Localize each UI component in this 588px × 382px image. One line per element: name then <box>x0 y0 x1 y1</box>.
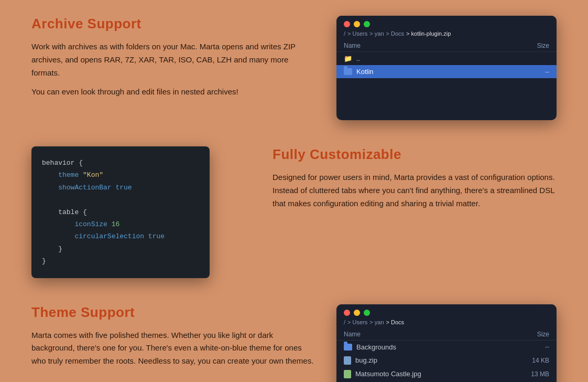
theme-support-section: Theme Support Marta comes with five poli… <box>31 304 557 382</box>
code-line <box>42 194 199 206</box>
customizable-text: Fully Customizable Designed for power us… <box>273 146 557 210</box>
breadcrumb-yan: > yan <box>369 30 384 37</box>
zip-icon <box>344 356 351 365</box>
table-row[interactable]: Kotlin -- <box>336 65 557 78</box>
archive-screenshot: / > Users > yan > Docs > kotlin-plugin.z… <box>336 16 557 120</box>
table-row[interactable]: Backgrounds -- <box>336 341 557 354</box>
file-name: Matsumoto Castle.jpg <box>355 370 421 378</box>
file-name: Backgrounds <box>356 343 396 351</box>
code-line: } <box>42 243 199 255</box>
folder-icon <box>344 68 352 75</box>
table-row[interactable]: Matsumoto Castle.jpg 13 MB <box>336 367 557 381</box>
file-size: -- <box>545 68 549 76</box>
image-icon <box>344 370 351 378</box>
minimize-dot <box>354 21 360 27</box>
file-name: bug.zip <box>355 356 377 364</box>
col-size-label: Size <box>537 331 549 338</box>
col-name-label: Name <box>344 42 361 49</box>
maximize-dot <box>364 310 370 316</box>
breadcrumb-root: / <box>344 30 345 37</box>
col-name-label: Name <box>344 331 361 338</box>
code-line: showActionBar true <box>42 182 199 194</box>
customizable-p1: Designed for power users in mind, Marta … <box>273 171 557 210</box>
archive-support-text: Archive Support Work with archives as wi… <box>31 16 315 99</box>
code-line: } <box>42 255 199 267</box>
code-line: behavior { <box>42 157 199 169</box>
minimize-dot <box>354 310 360 316</box>
breadcrumb-current: > Docs <box>386 319 405 325</box>
code-screenshot: behavior { theme "Kon" showActionBar tru… <box>31 146 252 278</box>
theme-window: / > Users > yan > Docs Name Size Backgro… <box>336 304 557 382</box>
file-size: 13 MB <box>531 370 549 378</box>
file-row-left: Kotlin <box>344 68 374 76</box>
code-window: behavior { theme "Kon" showActionBar tru… <box>31 146 210 278</box>
theme-support-title: Theme Support <box>31 304 315 321</box>
file-row-left: bug.zip <box>344 356 377 365</box>
theme-screenshot: / > Users > yan > Docs Name Size Backgro… <box>336 304 557 382</box>
breadcrumb-current: > kotlin-plugin.zip <box>406 30 451 37</box>
archive-support-section: Archive Support Work with archives as wi… <box>31 16 557 120</box>
maximize-dot <box>364 21 370 27</box>
file-row-left: 📁 .. <box>344 55 360 62</box>
file-row-left: Matsumoto Castle.jpg <box>344 370 421 378</box>
file-name: .. <box>356 55 360 62</box>
customizable-section: Fully Customizable Designed for power us… <box>31 146 557 278</box>
close-dot <box>344 310 350 316</box>
theme-titlebar <box>336 304 557 319</box>
theme-breadcrumb: / > Users > yan > Docs <box>336 319 557 328</box>
theme-support-text: Theme Support Marta comes with five poli… <box>31 304 315 368</box>
file-size: 14 KB <box>532 357 549 364</box>
customizable-title: Fully Customizable <box>273 146 557 163</box>
code-line: circularSelection true <box>42 230 199 242</box>
archive-titlebar <box>336 16 557 30</box>
archive-p1: Work with archives as with folders on yo… <box>31 40 315 79</box>
theme-p1: Marta comes with five polished themes. W… <box>31 329 315 368</box>
code-line: table { <box>42 206 199 218</box>
empty-space <box>336 78 557 120</box>
archive-support-body: Work with archives as with folders on yo… <box>31 40 315 99</box>
folder-icon <box>344 344 352 351</box>
theme-table-header: Name Size <box>336 328 557 341</box>
breadcrumb-yan: > yan <box>369 319 384 325</box>
archive-p2: You can even look through and edit files… <box>31 86 315 99</box>
theme-support-body: Marta comes with five polished themes. W… <box>31 329 315 368</box>
customizable-body: Designed for power users in mind, Marta … <box>273 171 557 210</box>
archive-breadcrumb: / > Users > yan > Docs > kotlin-plugin.z… <box>336 30 557 40</box>
archive-window: / > Users > yan > Docs > kotlin-plugin.z… <box>336 16 557 120</box>
archive-table-header: Name Size <box>336 40 557 52</box>
breadcrumb-users: > Users <box>347 319 367 325</box>
archive-support-title: Archive Support <box>31 16 315 32</box>
col-size-label: Size <box>537 42 549 49</box>
file-name: Kotlin <box>356 68 374 76</box>
breadcrumb-docs: > Docs <box>386 30 405 37</box>
file-row-left: Backgrounds <box>344 343 396 351</box>
breadcrumb-users: > Users <box>347 30 367 37</box>
close-dot <box>344 21 350 27</box>
parent-icon: 📁 <box>344 55 352 62</box>
table-row[interactable]: bug.zip 14 KB <box>336 354 557 367</box>
code-line: theme "Kon" <box>42 169 199 181</box>
breadcrumb-root: / <box>344 319 345 325</box>
code-line: iconSize 16 <box>42 218 199 230</box>
file-size: -- <box>545 343 549 351</box>
table-row[interactable]: 📁 .. <box>336 52 557 65</box>
